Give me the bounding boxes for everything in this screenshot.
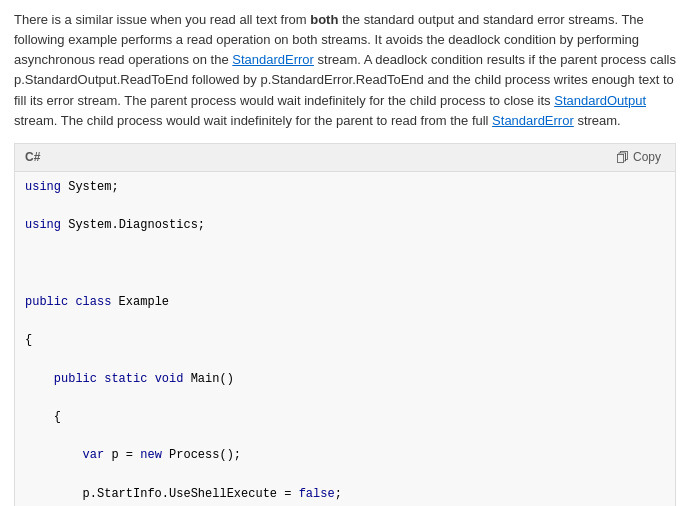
standard-error-link-2[interactable]: StandardError — [492, 113, 574, 128]
standard-output-link[interactable]: StandardOutput — [554, 93, 646, 108]
main-content: There is a similar issue when you read a… — [0, 0, 690, 506]
standard-error-link-1[interactable]: StandardError — [232, 52, 314, 67]
copy-label: Copy — [633, 150, 661, 164]
description-text: There is a similar issue when you read a… — [14, 10, 676, 131]
copy-button[interactable]: 🗍 Copy — [612, 148, 665, 167]
code-block: C# 🗍 Copy using System; using System.Dia… — [14, 143, 676, 506]
code-content: using System; using System.Diagnostics; … — [15, 172, 675, 506]
copy-icon: 🗍 — [616, 150, 629, 165]
code-header: C# 🗍 Copy — [15, 144, 675, 172]
code-language: C# — [25, 150, 40, 164]
